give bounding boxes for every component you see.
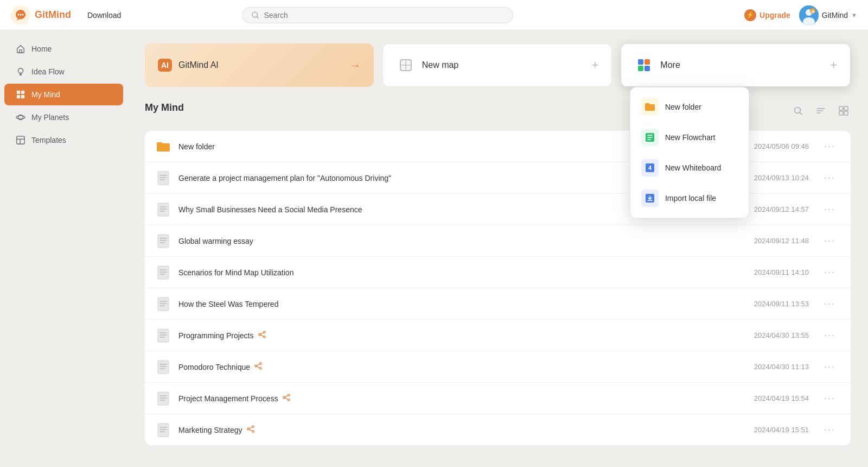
svg-line-102 [249, 430, 252, 431]
user-menu-button[interactable]: ★ GitMind ▼ [799, 5, 857, 25]
share-icon [283, 394, 290, 403]
ai-card-arrow: → [350, 59, 361, 72]
sidebar-item-my-planets-label: My Planets [31, 113, 69, 122]
download-button[interactable]: Download [87, 11, 121, 20]
app-name: GitMind [35, 9, 71, 21]
sidebar-item-home[interactable]: Home [4, 38, 123, 60]
content-area: AI GitMind AI → New map + [127, 30, 868, 467]
new-map-card-label: New map [422, 60, 459, 70]
svg-text:★: ★ [810, 9, 815, 14]
file-name: Pomodoro Technique [178, 362, 754, 371]
svg-rect-51 [158, 203, 169, 216]
doc-icon [156, 265, 171, 280]
doc-icon [156, 391, 171, 406]
file-more-button[interactable]: ··· [820, 296, 840, 312]
search-content-icon[interactable] [791, 104, 805, 121]
dropdown-new-whiteboard[interactable]: 4 New Whiteboard [630, 153, 749, 183]
file-date: 2024/05/06 09:46 [754, 142, 809, 150]
logo-icon [11, 5, 30, 25]
svg-point-91 [283, 396, 285, 399]
svg-point-19 [16, 116, 25, 119]
more-grid-icon [634, 55, 654, 75]
avatar: ★ [799, 5, 819, 25]
sidebar-item-templates[interactable]: Templates [4, 129, 123, 151]
table-row[interactable]: Pomodoro Technique 2024/04/30 11:13 ··· [145, 351, 851, 383]
file-more-button[interactable]: ··· [820, 264, 840, 280]
svg-line-101 [249, 427, 252, 429]
svg-rect-94 [158, 424, 169, 437]
more-card[interactable]: More + [621, 43, 851, 87]
file-more-button[interactable]: ··· [820, 170, 840, 186]
file-name: How the Steel Was Tempered [178, 300, 754, 308]
newmap-icon [396, 55, 416, 75]
table-row[interactable]: How the Steel Was Tempered 2024/09/11 13… [145, 288, 851, 320]
search-input[interactable] [264, 11, 504, 20]
upgrade-button[interactable]: ⚡ Upgrade [744, 9, 790, 21]
file-more-button[interactable]: ··· [820, 327, 840, 343]
file-name: Scenarios for Mind Map Utilization [178, 268, 754, 277]
file-more-button[interactable]: ··· [820, 138, 840, 154]
search-bar[interactable] [242, 7, 513, 23]
home-icon [15, 43, 26, 54]
file-date: 2024/09/12 11:48 [754, 237, 809, 245]
file-more-button[interactable]: ··· [820, 359, 840, 375]
ai-card-label: GitMind AI [178, 60, 219, 70]
file-date: 2024/04/30 13:55 [754, 331, 809, 339]
svg-line-74 [260, 333, 263, 335]
sidebar-item-idea-flow-label: Idea Flow [31, 67, 65, 76]
dropdown-import-local-label: Import local file [665, 194, 716, 203]
share-icon [258, 331, 266, 340]
file-more-button[interactable]: ··· [820, 233, 840, 249]
svg-line-83 [257, 364, 259, 366]
doc-icon [156, 171, 171, 186]
lightbulb-icon [15, 66, 26, 77]
file-more-button[interactable]: ··· [820, 201, 840, 217]
svg-point-38 [795, 108, 801, 113]
svg-point-90 [288, 399, 290, 401]
upgrade-icon: ⚡ [744, 9, 756, 21]
dropdown-import-local[interactable]: Import local file [630, 183, 749, 213]
svg-line-93 [285, 398, 288, 400]
file-more-button[interactable]: ··· [820, 422, 840, 438]
file-date: 2024/09/11 13:53 [754, 300, 809, 308]
file-more-button[interactable]: ··· [820, 390, 840, 406]
svg-line-5 [257, 16, 259, 18]
svg-rect-15 [21, 91, 24, 94]
folder-icon [156, 139, 171, 154]
sidebar-item-my-mind[interactable]: My Mind [4, 84, 123, 105]
svg-point-2 [20, 14, 22, 15]
dropdown-new-whiteboard-label: New Whiteboard [665, 163, 722, 172]
svg-rect-59 [158, 266, 169, 279]
table-row[interactable]: Project Management Process 2024/04/19 15… [145, 383, 851, 414]
sidebar-item-templates-label: Templates [31, 136, 66, 144]
new-map-card[interactable]: New map + [382, 43, 612, 87]
search-icon [251, 11, 259, 20]
sidebar-item-my-planets[interactable]: My Planets [4, 106, 123, 128]
sidebar-item-idea-flow[interactable]: Idea Flow [4, 61, 123, 83]
svg-rect-67 [158, 329, 169, 342]
sort-icon[interactable] [814, 104, 828, 121]
svg-rect-17 [21, 95, 24, 98]
file-name: Global warming essay [178, 237, 754, 245]
doc-icon [156, 422, 171, 438]
file-date: 2024/09/11 14:10 [754, 268, 809, 276]
table-row[interactable]: Programming Projects 2024/04/30 13:55 ··… [145, 320, 851, 351]
ai-card[interactable]: AI GitMind AI → [145, 43, 374, 87]
dropdown-new-folder[interactable]: New folder [630, 92, 749, 122]
view-grid-icon[interactable] [837, 104, 851, 121]
table-row[interactable]: Marketing Strategy 2024/04/19 15:51 ··· [145, 414, 851, 445]
dropdown-new-flowchart[interactable]: New Flowchart [630, 122, 749, 153]
svg-rect-26 [638, 59, 643, 65]
svg-point-3 [22, 14, 24, 15]
top-cards: AI GitMind AI → New map + [145, 43, 851, 87]
logo: GitMind [11, 5, 71, 25]
table-row[interactable]: Global warming essay 2024/09/12 11:48 ··… [145, 225, 851, 257]
table-row[interactable]: Scenarios for Mind Map Utilization 2024/… [145, 257, 851, 288]
svg-point-80 [260, 363, 262, 365]
new-map-plus: + [591, 58, 598, 72]
svg-line-75 [260, 335, 263, 337]
layout-icon [15, 135, 26, 146]
svg-point-99 [252, 431, 254, 433]
svg-rect-55 [158, 235, 169, 248]
svg-rect-28 [638, 66, 643, 71]
